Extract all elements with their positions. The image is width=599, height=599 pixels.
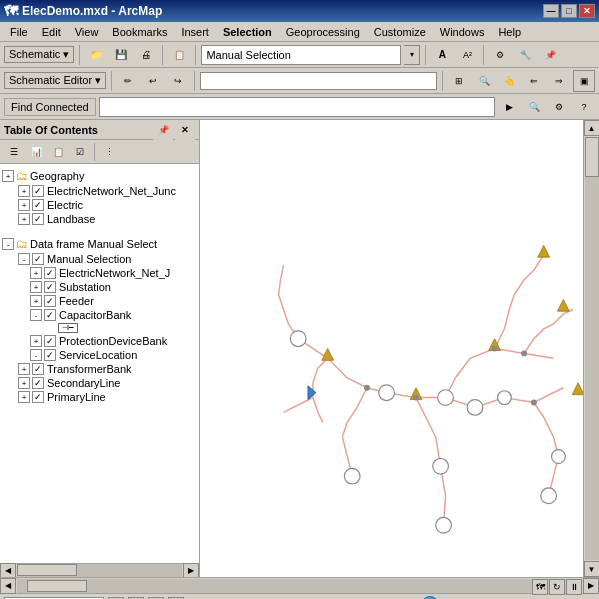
expand-dataframe[interactable]: - <box>2 238 14 250</box>
find-connected-zoom-btn[interactable]: 🔍 <box>523 96 545 118</box>
toolbar-btn-edit3[interactable]: ↪ <box>167 70 189 92</box>
checkbox-primary-line[interactable] <box>32 391 44 403</box>
checkbox-elecnet-junc[interactable] <box>32 185 44 197</box>
toolbar-btn-print[interactable]: 🖨 <box>135 44 157 66</box>
toolbar-btn-extra2[interactable]: 🔧 <box>514 44 536 66</box>
toolbar-btn-edit1[interactable]: ✏ <box>117 70 139 92</box>
schematic-dropdown-label[interactable]: Schematic ▾ <box>4 46 74 63</box>
expand-protection-device[interactable]: + <box>30 335 42 347</box>
toc-close-btn[interactable]: ✕ <box>175 120 195 140</box>
toc-list-btn[interactable]: ☰ <box>4 142 24 162</box>
toolbar-btn-map5[interactable]: ⇒ <box>548 70 570 92</box>
find-connected-input[interactable] <box>99 97 495 117</box>
find-connected-help-btn[interactable]: ? <box>573 96 595 118</box>
checkbox-feeder[interactable] <box>44 295 56 307</box>
menu-bookmarks[interactable]: Bookmarks <box>106 24 173 40</box>
map-scroll-thumb[interactable] <box>27 580 87 592</box>
toolbar-btn-a2[interactable]: A² <box>456 44 478 66</box>
toolbar-btn-edit2[interactable]: ↩ <box>142 70 164 92</box>
schematic-diagram-dropdown-arrow[interactable]: ▾ <box>404 45 420 65</box>
toc-layer-btn[interactable]: 📊 <box>26 142 46 162</box>
toc-item-primary-line[interactable]: + PrimaryLine <box>2 390 197 404</box>
toolbar-btn-extra3[interactable]: 📌 <box>539 44 561 66</box>
menu-insert[interactable]: Insert <box>175 24 215 40</box>
close-button[interactable]: ✕ <box>579 4 595 18</box>
expand-primary-line[interactable]: + <box>18 391 30 403</box>
toc-item-protection-device[interactable]: + ProtectionDeviceBank <box>2 334 197 348</box>
toc-scroll-thumb[interactable] <box>17 564 77 576</box>
expand-secondary-line[interactable]: + <box>18 377 30 389</box>
toc-item-secondary-line[interactable]: + SecondaryLine <box>2 376 197 390</box>
toolbar-btn-extra1[interactable]: ⚙ <box>489 44 511 66</box>
expand-transformer-bank[interactable]: + <box>18 363 30 375</box>
map-refresh-btn[interactable]: ↻ <box>549 579 565 595</box>
map-scroll-left-btn[interactable]: ◀ <box>0 578 16 594</box>
expand-service-location[interactable]: - <box>30 349 42 361</box>
scroll-thumb[interactable] <box>585 137 599 177</box>
menu-windows[interactable]: Windows <box>434 24 491 40</box>
toc-options-btn[interactable]: ⋮ <box>99 142 119 162</box>
toc-pin-btn[interactable]: 📌 <box>153 120 173 140</box>
toolbar-btn-map2[interactable]: 🔍 <box>473 70 495 92</box>
toc-item-manual-selection[interactable]: - Manual Selection <box>2 252 197 266</box>
checkbox-electric[interactable] <box>32 199 44 211</box>
toc-item-substation[interactable]: + Substation <box>2 280 197 294</box>
toc-item-landbase[interactable]: + Landbase <box>2 212 197 226</box>
menu-geoprocessing[interactable]: Geoprocessing <box>280 24 366 40</box>
toc-item-transformer-bank[interactable]: + TransformerBank <box>2 362 197 376</box>
menu-edit[interactable]: Edit <box>36 24 67 40</box>
toc-item-service-location[interactable]: - ServiceLocation <box>2 348 197 362</box>
scroll-up-btn[interactable]: ▲ <box>584 120 600 136</box>
toc-source-btn[interactable]: 📋 <box>48 142 68 162</box>
expand-landbase[interactable]: + <box>18 213 30 225</box>
toc-item-feeder[interactable]: + Feeder <box>2 294 197 308</box>
map-pause-btn[interactable]: ⏸ <box>566 579 582 595</box>
scroll-down-btn[interactable]: ▼ <box>584 561 600 577</box>
checkbox-secondary-line[interactable] <box>32 377 44 389</box>
toolbar-btn-map3[interactable]: 👆 <box>498 70 520 92</box>
maximize-button[interactable]: □ <box>561 4 577 18</box>
toolbar-btn-map1[interactable]: ⊞ <box>448 70 470 92</box>
map-scroll-right-btn[interactable]: ▶ <box>583 578 599 594</box>
toc-item-elecnet-j[interactable]: + ElectricNetwork_Net_J <box>2 266 197 280</box>
toc-select-btn[interactable]: ☑ <box>70 142 90 162</box>
schematic-diagram-dropdown[interactable]: Manual Selection <box>201 45 401 65</box>
toc-item-electric[interactable]: + Electric <box>2 198 197 212</box>
find-connected-settings-btn[interactable]: ⚙ <box>548 96 570 118</box>
toc-item-geography[interactable]: + 🗂 Geography <box>2 168 197 184</box>
checkbox-transformer-bank[interactable] <box>32 363 44 375</box>
find-connected-go-btn[interactable]: ▶ <box>498 96 520 118</box>
schematic-editor-label[interactable]: Schematic Editor ▾ <box>4 72 106 89</box>
menu-help[interactable]: Help <box>492 24 527 40</box>
menu-file[interactable]: File <box>4 24 34 40</box>
find-connected-button[interactable]: Find Connected <box>4 98 96 116</box>
schematic-editor-input[interactable] <box>200 72 437 90</box>
toolbar-btn-open[interactable]: 📁 <box>85 44 107 66</box>
checkbox-landbase[interactable] <box>32 213 44 225</box>
checkbox-capacitorbank[interactable] <box>44 309 56 321</box>
menu-view[interactable]: View <box>69 24 105 40</box>
toolbar-btn-a[interactable]: A <box>431 44 453 66</box>
menu-customize[interactable]: Customize <box>368 24 432 40</box>
map-zoom-in-scrollbar[interactable]: 🗺 <box>532 579 548 595</box>
toc-scroll-right[interactable]: ▶ <box>183 563 199 578</box>
expand-geography[interactable]: + <box>2 170 14 182</box>
checkbox-elecnet-j[interactable] <box>44 267 56 279</box>
toolbar-btn-map4[interactable]: ⇐ <box>523 70 545 92</box>
toc-item-elecnet-junc[interactable]: + ElectricNetwork_Net_Junc <box>2 184 197 198</box>
toc-item-dataframe[interactable]: - 🗂 Data frame Manual Select <box>2 236 197 252</box>
toolbar-btn-new-schematic[interactable]: 📋 <box>168 44 190 66</box>
toc-scroll-left[interactable]: ◀ <box>0 563 16 578</box>
menu-selection[interactable]: Selection <box>217 24 278 40</box>
expand-elecnet-j[interactable]: + <box>30 267 42 279</box>
checkbox-substation[interactable] <box>44 281 56 293</box>
toc-item-capacitorbank[interactable]: - CapacitorBank <box>2 308 197 322</box>
checkbox-manual-selection[interactable] <box>32 253 44 265</box>
expand-elecnet-junc[interactable]: + <box>18 185 30 197</box>
expand-capacitorbank[interactable]: - <box>30 309 42 321</box>
expand-manual-selection[interactable]: - <box>18 253 30 265</box>
expand-electric[interactable]: + <box>18 199 30 211</box>
map-canvas[interactable] <box>200 120 583 577</box>
checkbox-service-location[interactable] <box>44 349 56 361</box>
toolbar-btn-select[interactable]: ▣ <box>573 70 595 92</box>
